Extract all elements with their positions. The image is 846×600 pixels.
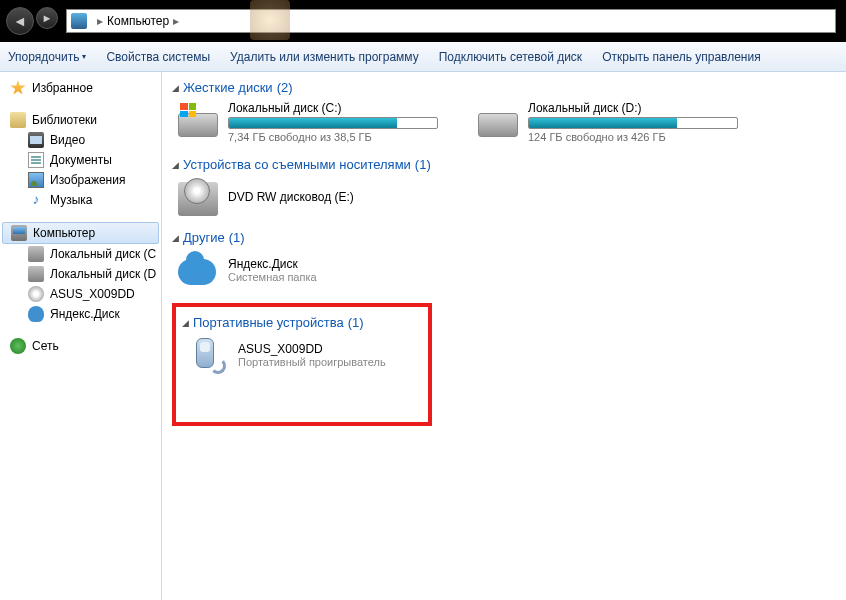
sidebar-item-label: Локальный диск (D [50,267,156,281]
video-icon [28,132,44,148]
section-portable: ◢ Портативные устройства (1) ASUS_X009DD… [182,315,422,374]
portable-device-asus[interactable]: ASUS_X009DD Портативный проигрыватель [182,336,422,374]
collapse-icon: ◢ [172,233,179,243]
sidebar-item-computer[interactable]: Компьютер [2,222,159,244]
nav-back-button[interactable]: ◄ [6,7,34,35]
window-titlebar: ◄ ► ▸ Компьютер ▸ [0,0,846,42]
section-other: ◢ Другие (1) Яндекс.Диск Системная папка [172,230,836,289]
item-subtitle: Портативный проигрыватель [238,356,386,368]
highlight-box: ◢ Портативные устройства (1) ASUS_X009DD… [172,303,432,426]
star-icon [10,80,26,96]
portable-player-icon [188,336,228,374]
sidebar-item-label: Сеть [32,339,59,353]
sidebar-item-label: Локальный диск (C [50,247,156,261]
section-hard-drives: ◢ Жесткие диски (2) Локальный диск (C:) … [172,80,836,143]
drive-d[interactable]: Локальный диск (D:) 124 ГБ свободно из 4… [478,101,738,143]
drive-c[interactable]: Локальный диск (C:) 7,34 ГБ свободно из … [178,101,438,143]
hdd-icon [28,246,44,262]
storage-bar [228,117,438,129]
toolbar: Упорядочить Свойства системы Удалить или… [0,42,846,72]
sidebar-item-label: Избранное [32,81,93,95]
sidebar-item-network[interactable]: Сеть [0,336,161,356]
yandex-disk[interactable]: Яндекс.Диск Системная папка [172,251,836,289]
nav-forward-button[interactable]: ► [36,7,58,29]
music-icon: ♪ [28,192,44,208]
sidebar-item-label: Компьютер [33,226,95,240]
device-icon [28,286,44,302]
drive-freespace: 124 ГБ свободно из 426 ГБ [528,131,738,143]
sidebar-item-label: Документы [50,153,112,167]
sidebar-item-drive-d[interactable]: Локальный диск (D [0,264,161,284]
computer-icon [71,13,87,29]
collapse-icon: ◢ [182,318,189,328]
drive-freespace: 7,34 ГБ свободно из 38,5 ГБ [228,131,438,143]
section-header[interactable]: ◢ Жесткие диски (2) [172,80,836,95]
section-header[interactable]: ◢ Портативные устройства (1) [182,315,422,330]
sidebar-item-favorites[interactable]: Избранное [0,78,161,98]
breadcrumb-sep-icon: ▸ [173,14,179,28]
hdd-icon [28,266,44,282]
breadcrumb-sep-icon: ▸ [97,14,103,28]
section-removable: ◢ Устройства со съемными носителями (1) … [172,157,836,216]
dvd-drive-icon [178,178,218,216]
item-name: DVD RW дисковод (E:) [228,190,354,204]
collapse-icon: ◢ [172,160,179,170]
sidebar-item-asus[interactable]: ASUS_X009DD [0,284,161,304]
collapse-icon: ◢ [172,83,179,93]
sidebar-item-video[interactable]: Видео [0,130,161,150]
content-pane: ◢ Жесткие диски (2) Локальный диск (C:) … [162,72,846,600]
storage-bar [528,117,738,129]
sidebar-item-documents[interactable]: Документы [0,150,161,170]
sidebar-item-label: Видео [50,133,85,147]
system-properties-button[interactable]: Свойства системы [106,50,210,64]
section-header[interactable]: ◢ Другие (1) [172,230,836,245]
cloud-icon [28,306,44,322]
drive-name: Локальный диск (D:) [528,101,738,115]
dvd-drive[interactable]: DVD RW дисковод (E:) [172,178,836,216]
sidebar-item-label: Музыка [50,193,92,207]
sidebar-item-images[interactable]: Изображения [0,170,161,190]
address-bar[interactable]: ▸ Компьютер ▸ [66,9,836,33]
computer-icon [11,225,27,241]
network-icon [10,338,26,354]
sidebar-item-yadisk[interactable]: Яндекс.Диск [0,304,161,324]
libraries-icon [10,112,26,128]
map-network-drive-button[interactable]: Подключить сетевой диск [439,50,582,64]
sidebar-item-drive-c[interactable]: Локальный диск (C [0,244,161,264]
sidebar-item-label: Яндекс.Диск [50,307,120,321]
item-name: Яндекс.Диск [228,257,317,271]
document-icon [28,152,44,168]
user-avatar [250,0,290,40]
cloud-icon [178,251,218,289]
item-subtitle: Системная папка [228,271,317,283]
sidebar-item-label: Изображения [50,173,125,187]
image-icon [28,172,44,188]
sidebar-item-label: ASUS_X009DD [50,287,135,301]
hdd-icon [178,101,218,137]
drive-name: Локальный диск (C:) [228,101,438,115]
item-name: ASUS_X009DD [238,342,386,356]
sidebar-item-music[interactable]: ♪ Музыка [0,190,161,210]
organize-button[interactable]: Упорядочить [8,50,86,64]
navigation-sidebar: Избранное Библиотеки Видео Документы Изо… [0,72,162,600]
uninstall-program-button[interactable]: Удалить или изменить программу [230,50,419,64]
breadcrumb-computer[interactable]: Компьютер [107,14,169,28]
sidebar-item-libraries[interactable]: Библиотеки [0,110,161,130]
sidebar-item-label: Библиотеки [32,113,97,127]
hdd-icon [478,101,518,137]
section-header[interactable]: ◢ Устройства со съемными носителями (1) [172,157,836,172]
open-control-panel-button[interactable]: Открыть панель управления [602,50,761,64]
